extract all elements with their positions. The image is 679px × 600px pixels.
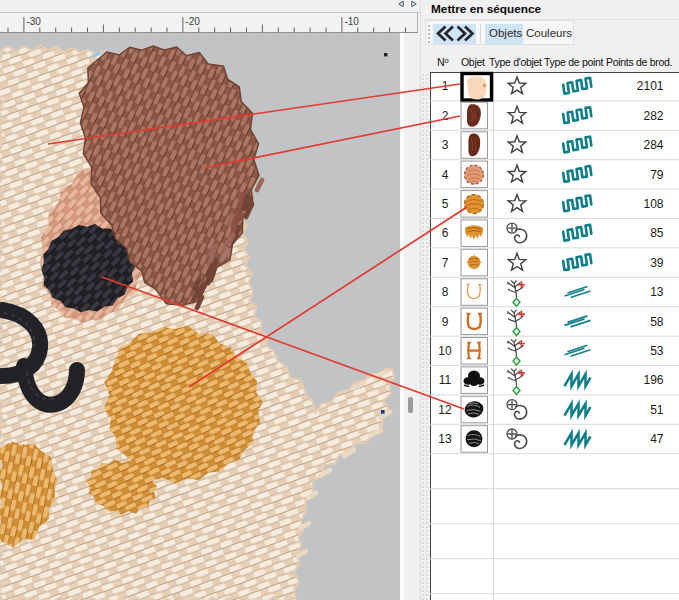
svg-text:51: 51 xyxy=(650,403,664,417)
svg-text:47: 47 xyxy=(650,432,664,446)
svg-text:3: 3 xyxy=(442,138,449,152)
svg-text:58: 58 xyxy=(650,315,664,329)
svg-text:282: 282 xyxy=(643,109,663,123)
svg-text:13: 13 xyxy=(650,285,664,299)
svg-text:6: 6 xyxy=(442,226,449,240)
svg-text:2101: 2101 xyxy=(637,79,664,93)
svg-text:4: 4 xyxy=(442,168,449,182)
svg-text:12: 12 xyxy=(438,403,452,417)
svg-text:79: 79 xyxy=(650,168,664,182)
svg-text:2: 2 xyxy=(442,109,449,123)
svg-text:10: 10 xyxy=(438,344,452,358)
svg-text:284: 284 xyxy=(643,138,663,152)
svg-text:85: 85 xyxy=(650,226,664,240)
svg-text:5: 5 xyxy=(442,197,449,211)
svg-text:108: 108 xyxy=(643,197,663,211)
svg-text:53: 53 xyxy=(650,344,664,358)
svg-text:11: 11 xyxy=(439,373,452,387)
svg-text:7: 7 xyxy=(442,256,449,270)
svg-text:196: 196 xyxy=(643,373,663,387)
svg-text:9: 9 xyxy=(442,315,449,329)
svg-text:13: 13 xyxy=(438,432,452,446)
svg-text:8: 8 xyxy=(442,285,449,299)
svg-text:39: 39 xyxy=(650,256,664,270)
